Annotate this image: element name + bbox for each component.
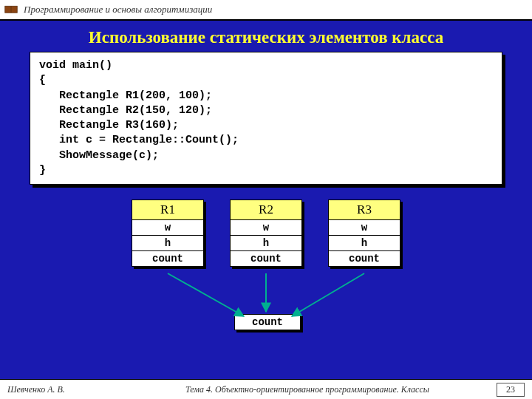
object-field: h [132,236,203,251]
object-diagram: R1 w h count R2 w h count R3 w h count [0,200,532,362]
svg-line-2 [168,273,244,316]
slide-title: Использование статических элементов клас… [0,21,532,52]
object-field: w [231,220,301,236]
shared-count-box: count [234,314,301,330]
object-title: R1 [132,200,203,220]
slide-body: Использование статических элементов клас… [0,21,532,380]
code-block: void main() { Rectangle R1(200, 100); Re… [30,52,502,185]
shared-count-label: count [235,315,300,330]
object-field: count [132,251,203,266]
footer-author: Шевченко А. В. [7,384,118,395]
object-field: count [329,251,400,266]
object-r1: R1 w h count [132,200,204,267]
code-text: void main() { Rectangle R1(200, 100); Re… [30,52,502,185]
object-field: count [231,251,301,266]
object-title: R3 [329,200,400,220]
footer-topic: Тема 4. Объектно-ориентированное програм… [118,384,497,395]
footer-bar: Шевченко А. В. Тема 4. Объектно-ориентир… [0,379,532,399]
footer-page-number: 23 [497,383,525,397]
course-title: Программирование и основы алгоритмизации [24,4,212,16]
object-r3: R3 w h count [328,200,400,267]
book-icon [4,4,18,15]
object-field: h [329,236,400,251]
svg-line-4 [292,273,364,316]
object-field: w [132,220,203,236]
object-title: R2 [231,200,301,220]
object-field: h [231,236,301,251]
object-field: w [329,220,400,236]
top-bar: Программирование и основы алгоритмизации [0,0,532,21]
object-r2: R2 w h count [230,200,302,267]
